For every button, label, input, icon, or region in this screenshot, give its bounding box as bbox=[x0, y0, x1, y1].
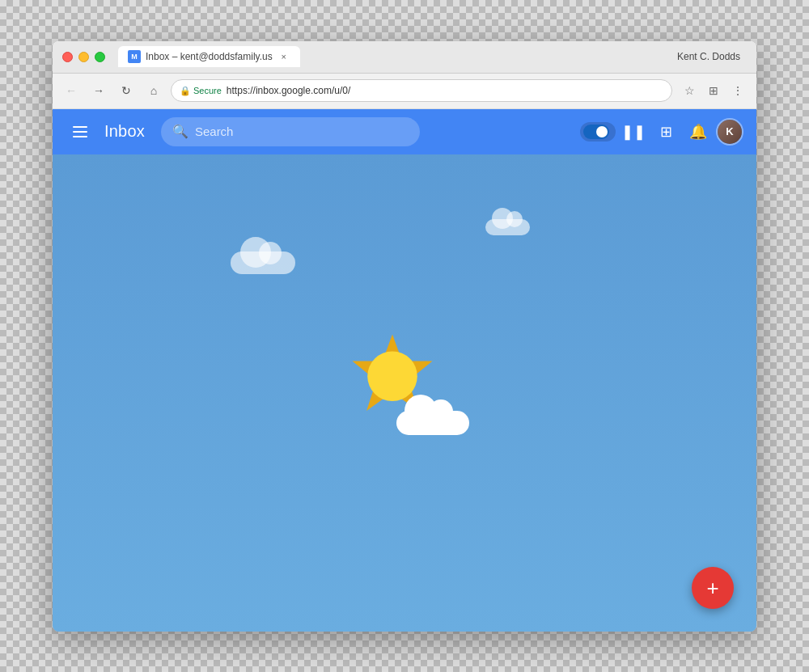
browser-tab[interactable]: M Inbox – kent@doddsfamily.us × bbox=[118, 46, 300, 67]
toolbar-right-actions: ❚❚ ⊞ 🔔 K bbox=[580, 117, 743, 146]
back-button[interactable]: ← bbox=[61, 80, 82, 101]
maximize-button[interactable] bbox=[95, 52, 105, 62]
search-bar[interactable]: 🔍 bbox=[161, 117, 420, 146]
reminder-button[interactable]: ❚❚ bbox=[619, 117, 648, 146]
secure-badge: 🔒 Secure bbox=[180, 86, 222, 96]
sun-cloud-shape bbox=[396, 411, 469, 435]
avatar-button[interactable]: K bbox=[716, 118, 743, 146]
cloud-left bbox=[231, 251, 295, 274]
compose-fab-button[interactable]: + bbox=[692, 567, 734, 609]
sun-cloud bbox=[396, 411, 469, 435]
ham-line-2 bbox=[73, 131, 87, 133]
address-bar: ← → ↻ ⌂ 🔒 Secure https://inbox.google.co… bbox=[53, 74, 756, 109]
toggle-thumb bbox=[596, 126, 608, 137]
ham-line-1 bbox=[73, 126, 87, 128]
user-name-label: Kent C. Dodds bbox=[677, 51, 740, 62]
svg-point-1 bbox=[367, 351, 417, 401]
notifications-button[interactable]: 🔔 bbox=[684, 117, 713, 146]
close-button[interactable] bbox=[62, 52, 73, 62]
cloud-right bbox=[485, 219, 530, 235]
toggle-track bbox=[583, 125, 609, 139]
tab-area: M Inbox – kent@doddsfamily.us × bbox=[118, 46, 677, 67]
cloud-shape-right bbox=[485, 219, 530, 235]
extensions-button[interactable]: ⊞ bbox=[703, 80, 724, 101]
hamburger-menu-button[interactable] bbox=[66, 117, 95, 146]
cloud-shape-left bbox=[231, 251, 295, 274]
url-bar[interactable]: 🔒 Secure https://inbox.google.com/u/0/ bbox=[171, 79, 672, 102]
secure-label: Secure bbox=[193, 86, 222, 95]
address-bar-right-icons: ☆ ⊞ ⋮ bbox=[679, 80, 748, 101]
tab-close-button[interactable]: × bbox=[277, 50, 290, 63]
traffic-lights bbox=[62, 52, 105, 62]
app-title: Inbox bbox=[104, 122, 145, 141]
refresh-button[interactable]: ↻ bbox=[116, 80, 137, 101]
tab-favicon: M bbox=[128, 50, 141, 63]
chrome-menu-button[interactable]: ⋮ bbox=[727, 80, 748, 101]
home-button[interactable]: ⌂ bbox=[143, 80, 164, 101]
center-illustration bbox=[340, 322, 469, 451]
app-toolbar: Inbox 🔍 ❚❚ ⊞ 🔔 K bbox=[53, 109, 756, 154]
bookmark-button[interactable]: ☆ bbox=[679, 80, 700, 101]
fab-plus-icon: + bbox=[706, 577, 718, 598]
ham-line-3 bbox=[73, 136, 87, 137]
url-text: https://inbox.google.com/u/0/ bbox=[227, 85, 663, 96]
forward-button[interactable]: → bbox=[88, 80, 109, 101]
minimize-button[interactable] bbox=[78, 52, 89, 62]
browser-window: M Inbox – kent@doddsfamily.us × Kent C. … bbox=[53, 41, 756, 632]
avatar-face: K bbox=[718, 120, 742, 144]
search-input[interactable] bbox=[195, 125, 409, 138]
lock-icon: 🔒 bbox=[180, 86, 191, 96]
snooze-toggle[interactable] bbox=[580, 122, 616, 142]
main-content: + bbox=[53, 154, 756, 632]
search-icon: 🔍 bbox=[172, 124, 188, 139]
apps-button[interactable]: ⊞ bbox=[651, 117, 680, 146]
title-bar: M Inbox – kent@doddsfamily.us × Kent C. … bbox=[53, 41, 756, 74]
tab-title: Inbox – kent@doddsfamily.us bbox=[146, 51, 273, 62]
